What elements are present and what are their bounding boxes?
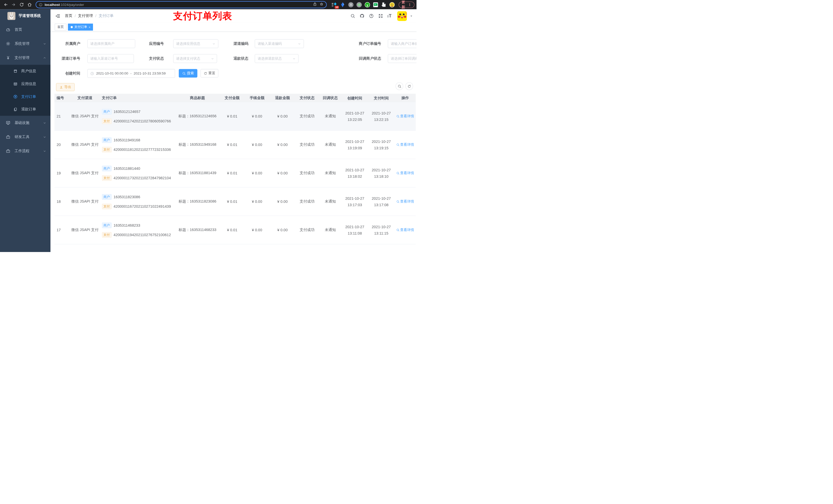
- sidebar-item-支付管理[interactable]: 支付管理: [0, 51, 50, 65]
- select-支付状态[interactable]: 请选择支付状态: [173, 54, 217, 63]
- cell-notify-status: 未通知: [319, 114, 341, 119]
- column-header-创建时间: 创建时间: [341, 95, 368, 101]
- cell-order-numbers: 商户1635311823086支付42000011672021102710224…: [101, 194, 175, 209]
- shop-icon: [13, 69, 18, 73]
- column-header-支付订单: 支付订单: [101, 96, 175, 100]
- browser-back-icon[interactable]: [2, 1, 9, 8]
- sidebar-item-系统管理[interactable]: 系统管理: [0, 37, 50, 51]
- y-circle-icon[interactable]: y: [364, 2, 371, 8]
- bookmark-star-icon[interactable]: [320, 2, 324, 7]
- view-detail-link[interactable]: 查看详情: [396, 114, 414, 119]
- placeholder-text: 请输入渠道订单号: [90, 56, 131, 61]
- input-所属商户[interactable]: 请选择所属商户: [87, 39, 135, 48]
- site-info-icon[interactable]: [39, 3, 43, 7]
- help-icon[interactable]: [368, 13, 374, 19]
- green-chat-icon[interactable]: [373, 2, 379, 8]
- cell-amount: ¥ 0.01: [220, 114, 244, 119]
- toggle-search-icon: [398, 84, 401, 88]
- address-bar[interactable]: localhost:1024/pay/order: [35, 1, 327, 8]
- export-button[interactable]: 导出: [56, 83, 75, 91]
- browser-menu-icon[interactable]: ⋮: [408, 3, 411, 7]
- toggle-search-button[interactable]: [396, 82, 403, 90]
- tag-支付订单[interactable]: 支付订单×: [68, 24, 93, 30]
- sidebar-subitem-应用信息[interactable]: 应用信息: [0, 78, 50, 90]
- view-detail-link[interactable]: 查看详情: [396, 171, 414, 176]
- tag-close-icon[interactable]: ×: [89, 25, 90, 28]
- refresh-table-button[interactable]: [405, 82, 413, 90]
- search-button[interactable]: 搜索: [179, 69, 197, 78]
- view-detail-link[interactable]: 查看详情: [396, 199, 414, 204]
- page-annotation-title: 支付订单列表: [173, 10, 232, 22]
- view-detail-link[interactable]: 查看详情: [396, 142, 414, 147]
- cell-create-time: 2021-10-2713:22:05: [341, 110, 368, 123]
- sidebar-item-工作流程[interactable]: 工作流程: [0, 144, 50, 158]
- browser-reload-icon[interactable]: [18, 1, 25, 8]
- table-row: 20微信 JSAPI 支付商户1635311949168支付4200001181…: [54, 130, 416, 159]
- browser-forward-icon[interactable]: [10, 1, 17, 8]
- input-商户订单编号[interactable]: 请输入商户订单编号: [388, 39, 416, 48]
- app-title: 芋道管理系统: [19, 14, 41, 19]
- clock-icon: [90, 71, 94, 75]
- gear-icon: [6, 42, 10, 46]
- blue-diamond-icon[interactable]: 10: [331, 2, 337, 8]
- sidebar-subitem-商户信息[interactable]: 商户信息: [0, 65, 50, 78]
- select-应用编号[interactable]: 请选择应用信息: [173, 39, 218, 48]
- sidebar-item-基础设施[interactable]: 基础设施: [0, 116, 50, 130]
- select-退款状态[interactable]: 请选择退款状态: [255, 54, 299, 63]
- breadcrumb-支付管理[interactable]: 支付管理: [78, 14, 93, 19]
- tag-首页[interactable]: 首页: [55, 24, 67, 30]
- share-icon[interactable]: [313, 2, 317, 7]
- pay-tag: 支付: [102, 203, 112, 209]
- sidebar-item-研发工具[interactable]: 研发工具: [0, 130, 50, 144]
- select-渠道编码[interactable]: 请输入渠道编码: [255, 39, 304, 48]
- cell-channel: 微信 JSAPI 支付: [69, 199, 101, 204]
- sidebar-subitem-退款订单[interactable]: 退款订单: [0, 103, 50, 116]
- browser-home-icon[interactable]: [26, 1, 33, 8]
- browser-update-button[interactable]: 更新 ⋮: [399, 2, 414, 8]
- sidebar-item-label: 基础设施: [15, 120, 39, 125]
- date-range-start[interactable]: 2021-10-01 00:00:00: [96, 71, 128, 75]
- reset-button[interactable]: 重置: [200, 69, 218, 78]
- cell-refund: ¥ 0.00: [270, 228, 295, 232]
- cell-refund: ¥ 0.00: [270, 143, 295, 147]
- yen-circle-icon: [13, 95, 18, 99]
- cell-order-numbers: 商户1635312124657支付42000011742021102780605…: [101, 109, 175, 124]
- fullscreen-icon[interactable]: [378, 13, 383, 19]
- breadcrumb: 首页/支付管理/支付订单: [65, 14, 114, 19]
- cell-order-numbers: 商户1635311949168支付42000011812021102777232…: [101, 137, 175, 152]
- github-icon[interactable]: [359, 13, 365, 19]
- cell-create-time: 2021-10-2713:17:03: [341, 195, 368, 208]
- cell-pay-status: 支付成功: [295, 199, 319, 204]
- cell-pay-status: 支付成功: [295, 142, 319, 147]
- chevron-down-icon: [43, 121, 46, 124]
- cell-notify-status: 未通知: [319, 199, 341, 204]
- search-icon[interactable]: [350, 13, 355, 19]
- create-time-range-input[interactable]: 2021-10-01 00:00:00 - 2021-10-31 23:59:5…: [87, 69, 175, 78]
- cell-fee: ¥ 0.00: [244, 171, 270, 175]
- user-caret-icon[interactable]: [410, 15, 413, 18]
- svg-text:⌘: ⌘: [349, 3, 353, 7]
- url-text[interactable]: localhost:1024/pay/order: [45, 3, 311, 7]
- cell-fee: ¥ 0.00: [244, 228, 270, 232]
- command-icon[interactable]: ⌘: [348, 2, 354, 8]
- input-渠道订单号[interactable]: 请输入渠道订单号: [87, 54, 134, 63]
- emoji-face-icon[interactable]: [389, 2, 395, 8]
- app-logo[interactable]: 芋道管理系统: [0, 9, 50, 23]
- blue-gem-icon[interactable]: [340, 2, 346, 8]
- sidebar-fold-icon[interactable]: [54, 13, 61, 20]
- green-dot-icon[interactable]: [356, 2, 362, 8]
- date-range-end[interactable]: 2021-10-31 23:59:59: [134, 71, 166, 75]
- svg-text:y: y: [366, 3, 368, 7]
- puzzle-icon[interactable]: [381, 2, 387, 8]
- sidebar-subitem-支付订单[interactable]: 支付订单: [0, 90, 50, 103]
- user-avatar[interactable]: [397, 11, 407, 21]
- view-detail-link[interactable]: 查看详情: [396, 228, 414, 233]
- select-回调商户状态[interactable]: 请选择订单回调商户状态: [388, 54, 416, 63]
- filter-row2: 渠道订单号请输入渠道订单号支付状态请选择支付状态退款状态请选择退款状态回调商户状…: [50, 51, 416, 66]
- search-button-icon: [182, 71, 186, 75]
- font-size-icon[interactable]: TT: [387, 14, 391, 18]
- channel-order-no: 4200001174202110278060590766: [114, 119, 171, 123]
- sidebar-subitem-label: 退款订单: [21, 107, 36, 112]
- sidebar-item-首页[interactable]: 首页: [0, 23, 50, 37]
- breadcrumb-首页[interactable]: 首页: [65, 14, 72, 19]
